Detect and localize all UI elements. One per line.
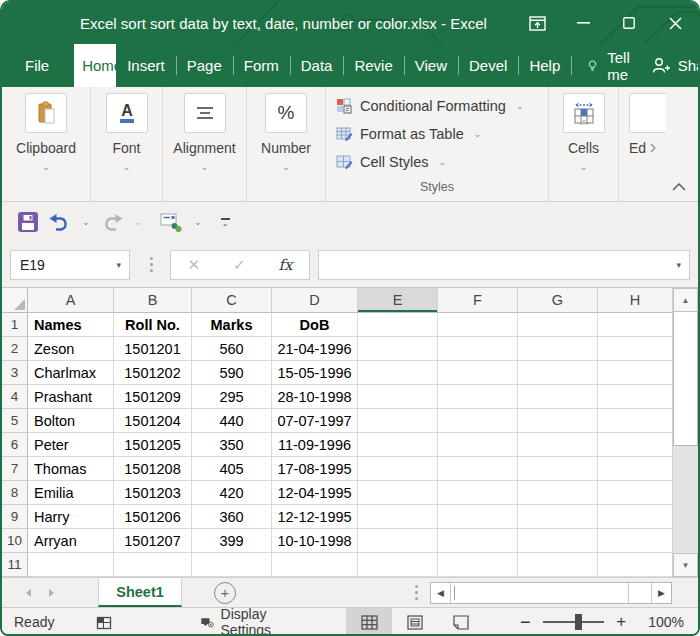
insert-function-icon[interactable]: fx [279,256,293,274]
sheetbar-drag-handle[interactable] [415,585,418,600]
cell-C6[interactable]: 350 [192,433,272,457]
cell-G2[interactable] [518,337,598,361]
save-button[interactable] [14,209,42,235]
column-header-B[interactable]: B [114,288,192,313]
cell-C10[interactable]: 399 [192,529,272,553]
cell-H9[interactable] [598,505,672,529]
cell-G1[interactable] [518,313,598,337]
scroll-down-button[interactable]: ▼ [673,553,698,577]
cell-H11[interactable] [598,553,672,577]
clipboard-group-button[interactable]: Clipboard ⌄ [2,87,91,201]
tell-me-button[interactable]: Tell me [571,56,652,75]
cell-D4[interactable]: 28-10-1998 [272,385,358,409]
zoom-level-label[interactable]: 100% [648,614,684,630]
cell-H7[interactable] [598,457,672,481]
cell-F1[interactable] [438,313,518,337]
conditional-formatting-button[interactable]: ≠ Conditional Formatting ⌄ [336,92,548,120]
cell-E7[interactable] [358,457,438,481]
column-header-F[interactable]: F [438,288,518,313]
undo-dropdown-chevron[interactable]: ⌄ [77,217,95,227]
cell-F10[interactable] [438,529,518,553]
cell-B8[interactable]: 1501203 [114,481,192,505]
cell-B11[interactable] [114,553,192,577]
previous-sheet-icon[interactable] [24,588,32,598]
cancel-formula-icon[interactable]: ✕ [187,256,200,274]
formula-input[interactable]: ▾ [318,250,690,280]
cell-G6[interactable] [518,433,598,457]
cell-F8[interactable] [438,481,518,505]
name-box[interactable]: E19 ▾ [10,250,130,280]
cell-H6[interactable] [598,433,672,457]
cell-G10[interactable] [518,529,598,553]
row-header-8[interactable]: 8 [2,481,28,505]
horizontal-scroll-thumb[interactable] [451,583,629,603]
cell-D5[interactable]: 07-07-1997 [272,409,358,433]
column-header-C[interactable]: C [192,288,272,313]
zoom-slider[interactable] [543,621,605,623]
scroll-right-button[interactable]: ▶ [651,583,671,603]
tab-home[interactable]: Home [74,44,116,87]
cell-A9[interactable]: Harry [28,505,114,529]
macro-record-button[interactable] [96,615,113,630]
cell-C8[interactable]: 420 [192,481,272,505]
share-button[interactable]: Share [652,44,700,87]
cell-B2[interactable]: 1501201 [114,337,192,361]
scroll-left-button[interactable]: ◀ [431,583,451,603]
cell-B4[interactable]: 1501209 [114,385,192,409]
cell-G3[interactable] [518,361,598,385]
row-header-5[interactable]: 5 [2,409,28,433]
select-all-corner[interactable] [2,288,28,313]
row-header-2[interactable]: 2 [2,337,28,361]
format-as-table-button[interactable]: Format as Table ⌄ [336,120,548,148]
cell-F11[interactable] [438,553,518,577]
cell-A6[interactable]: Peter [28,433,114,457]
cell-F2[interactable] [438,337,518,361]
editing-group-button[interactable]: Ed [619,87,666,201]
cell-G9[interactable] [518,505,598,529]
cell-E6[interactable] [358,433,438,457]
cell-F6[interactable] [438,433,518,457]
row-header-4[interactable]: 4 [2,385,28,409]
cells-group-button[interactable]: Cells ⌄ [549,87,619,201]
cell-C1[interactable]: Marks [192,313,272,337]
tab-page[interactable]: Page [176,44,233,87]
cell-G5[interactable] [518,409,598,433]
row-header-1[interactable]: 1 [2,313,28,337]
undo-button[interactable] [46,209,73,235]
cell-D7[interactable]: 17-08-1995 [272,457,358,481]
column-header-H[interactable]: H [598,288,672,313]
cell-B7[interactable]: 1501208 [114,457,192,481]
cell-F4[interactable] [438,385,518,409]
font-group-button[interactable]: A Font ⌄ [91,87,163,201]
cell-F5[interactable] [438,409,518,433]
cell-H10[interactable] [598,529,672,553]
cell-styles-button[interactable]: Cell Styles ⌄ [336,148,548,176]
cell-D8[interactable]: 12-04-1995 [272,481,358,505]
cell-H8[interactable] [598,481,672,505]
page-layout-view-button[interactable] [392,608,438,636]
cell-A2[interactable]: Zeson [28,337,114,361]
cell-A1[interactable]: Names [28,313,114,337]
row-header-7[interactable]: 7 [2,457,28,481]
cell-G4[interactable] [518,385,598,409]
row-header-11[interactable]: 11 [2,553,28,577]
cell-A10[interactable]: Arryan [28,529,114,553]
zoom-out-button[interactable]: − [520,612,531,633]
column-header-D[interactable]: D [272,288,358,313]
cell-H1[interactable] [598,313,672,337]
cell-C2[interactable]: 560 [192,337,272,361]
cell-A7[interactable]: Thomas [28,457,114,481]
cell-C3[interactable]: 590 [192,361,272,385]
cell-D10[interactable]: 10-10-1998 [272,529,358,553]
cell-E10[interactable] [358,529,438,553]
cell-E8[interactable] [358,481,438,505]
tab-help[interactable]: Help [518,44,571,87]
enter-formula-icon[interactable]: ✓ [233,256,246,274]
touch-mouse-dropdown-chevron[interactable]: ⌄ [189,217,207,227]
cell-C9[interactable]: 360 [192,505,272,529]
tab-data[interactable]: Data [290,44,344,87]
column-header-G[interactable]: G [518,288,598,313]
minimize-button[interactable] [560,2,606,44]
cell-D3[interactable]: 15-05-1996 [272,361,358,385]
cell-G8[interactable] [518,481,598,505]
